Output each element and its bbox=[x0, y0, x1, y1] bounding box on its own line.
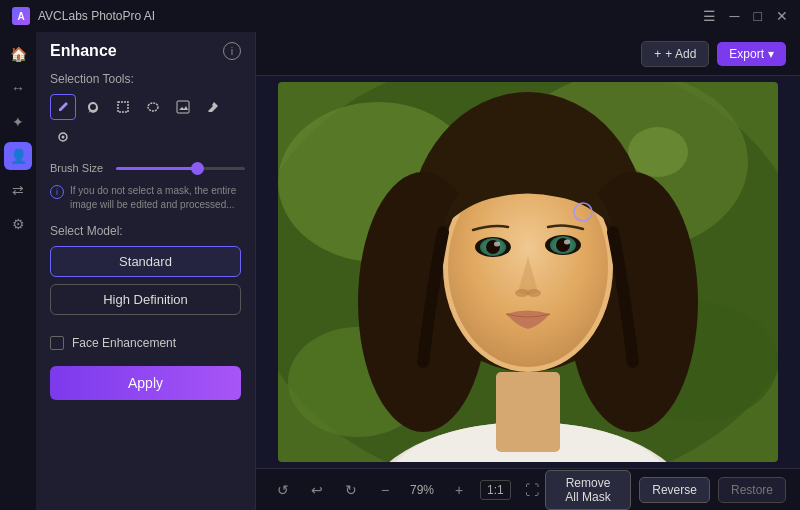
undo-button[interactable]: ↺ bbox=[270, 477, 296, 503]
model-section: Select Model: Standard High Definition bbox=[36, 220, 255, 330]
add-button[interactable]: + + Add bbox=[641, 41, 709, 67]
apply-btn-wrap: Apply bbox=[36, 362, 255, 414]
export-button[interactable]: Export ▾ bbox=[717, 42, 786, 66]
sidebar-item-settings[interactable]: ⚙ bbox=[4, 210, 32, 238]
undo2-button[interactable]: ↩ bbox=[304, 477, 330, 503]
svg-point-4 bbox=[62, 136, 65, 139]
svg-rect-0 bbox=[118, 102, 128, 112]
svg-point-11 bbox=[628, 127, 688, 177]
remove-all-mask-button[interactable]: Remove All Mask bbox=[545, 470, 632, 510]
sidebar-item-home[interactable]: 🏠 bbox=[4, 40, 32, 68]
reverse-button[interactable]: Reverse bbox=[639, 477, 710, 503]
restore-button[interactable]: Restore bbox=[718, 477, 786, 503]
brush-size-row: Brush Size bbox=[36, 156, 255, 180]
apply-button[interactable]: Apply bbox=[50, 366, 241, 400]
info-hint: i If you do not select a mask, the entir… bbox=[36, 180, 255, 220]
export-label: Export bbox=[729, 47, 764, 61]
brush-size-slider[interactable] bbox=[116, 167, 245, 170]
content-area: + + Add Export ▾ bbox=[256, 32, 800, 510]
bottom-actions: Remove All Mask Reverse Restore bbox=[545, 470, 786, 510]
sidebar-item-transfer[interactable]: ⇄ bbox=[4, 176, 32, 204]
maximize-button[interactable]: □ bbox=[754, 9, 762, 23]
zoom-in-button[interactable]: + bbox=[446, 477, 472, 503]
export-chevron: ▾ bbox=[768, 47, 774, 61]
svg-point-30 bbox=[527, 289, 541, 297]
top-bar: + + Add Export ▾ bbox=[256, 32, 800, 76]
brush-tool[interactable] bbox=[50, 124, 76, 150]
svg-point-28 bbox=[564, 240, 570, 245]
app-icon: A bbox=[12, 7, 30, 25]
add-icon: + bbox=[654, 47, 661, 61]
lasso-tool[interactable] bbox=[80, 94, 106, 120]
face-enhancement-label: Face Enhancement bbox=[72, 336, 176, 350]
app-title: AVCLabs PhotoPro AI bbox=[38, 9, 155, 23]
icon-sidebar: 🏠 ↔ ✦ 👤 ⇄ ⚙ bbox=[0, 32, 36, 510]
face-enhancement-row: Face Enhancement bbox=[36, 330, 255, 362]
panel-header: Enhance i bbox=[36, 32, 255, 66]
redo-button[interactable]: ↻ bbox=[338, 477, 364, 503]
high-definition-model-button[interactable]: High Definition bbox=[50, 284, 241, 315]
ellipse-select-tool[interactable] bbox=[140, 94, 166, 120]
svg-point-24 bbox=[494, 242, 500, 247]
title-bar: A AVCLabs PhotoPro AI ☰ ─ □ ✕ bbox=[0, 0, 800, 32]
selection-tools-label: Selection Tools: bbox=[50, 72, 241, 86]
minimize-button[interactable]: ─ bbox=[730, 9, 740, 23]
pen-tool[interactable] bbox=[50, 94, 76, 120]
face-enhancement-checkbox[interactable] bbox=[50, 336, 64, 350]
image-canvas bbox=[256, 76, 800, 468]
bottom-bar: ↺ ↩ ↻ − 79% + 1:1 ⛶ Remove All Mask Reve… bbox=[256, 468, 800, 510]
select-model-label: Select Model: bbox=[50, 224, 241, 238]
image-select-tool[interactable] bbox=[170, 94, 196, 120]
menu-icon[interactable]: ☰ bbox=[703, 9, 716, 23]
brush-size-label: Brush Size bbox=[50, 162, 108, 174]
svg-rect-15 bbox=[496, 372, 560, 452]
add-label: + Add bbox=[665, 47, 696, 61]
zoom-ratio[interactable]: 1:1 bbox=[480, 480, 511, 500]
portrait-image bbox=[278, 82, 778, 462]
rect-select-tool[interactable] bbox=[110, 94, 136, 120]
sidebar-item-face[interactable]: 👤 bbox=[4, 142, 32, 170]
selection-tools-row bbox=[50, 94, 241, 150]
selection-tools-section: Selection Tools: bbox=[36, 66, 255, 156]
photo-container[interactable] bbox=[278, 82, 778, 462]
title-bar-left: A AVCLabs PhotoPro AI bbox=[12, 7, 155, 25]
close-button[interactable]: ✕ bbox=[776, 9, 788, 23]
eraser-tool[interactable] bbox=[200, 94, 226, 120]
title-bar-controls: ☰ ─ □ ✕ bbox=[703, 9, 788, 23]
sidebar-item-object[interactable]: ✦ bbox=[4, 108, 32, 136]
panel-title: Enhance bbox=[50, 42, 117, 60]
left-panel: Enhance i Selection Tools: bbox=[36, 32, 256, 510]
svg-rect-2 bbox=[177, 101, 189, 113]
fit-screen-button[interactable]: ⛶ bbox=[519, 477, 545, 503]
panel-info-icon[interactable]: i bbox=[223, 42, 241, 60]
zoom-out-button[interactable]: − bbox=[372, 477, 398, 503]
info-hint-text: If you do not select a mask, the entire … bbox=[70, 184, 241, 212]
svg-point-1 bbox=[148, 103, 158, 111]
svg-point-29 bbox=[515, 289, 529, 297]
standard-model-button[interactable]: Standard bbox=[50, 246, 241, 277]
zoom-percentage: 79% bbox=[406, 483, 438, 497]
sidebar-item-enhance[interactable]: ↔ bbox=[4, 74, 32, 102]
main-layout: 🏠 ↔ ✦ 👤 ⇄ ⚙ Enhance i Selection Tools: bbox=[0, 32, 800, 510]
zoom-controls: ↺ ↩ ↻ − 79% + 1:1 ⛶ bbox=[270, 477, 545, 503]
info-hint-icon: i bbox=[50, 185, 64, 199]
